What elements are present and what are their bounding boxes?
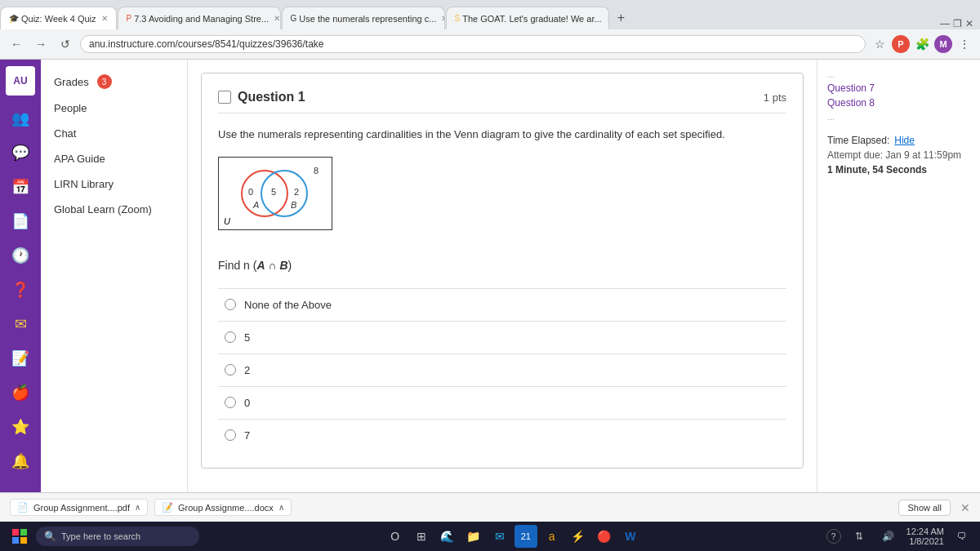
taskbar-lightning-icon[interactable]: ⚡: [567, 525, 590, 548]
answer-options: None of the Above 5 2 0: [218, 288, 786, 451]
tab-numerals[interactable]: G Use the numerals representing c... ✕: [282, 7, 445, 29]
tab-close-2[interactable]: ✕: [274, 14, 280, 23]
taskbar-chrome-icon[interactable]: 🔴: [593, 525, 616, 548]
sidebar-icon-pages[interactable]: 📄: [6, 207, 35, 236]
pdf-extension-icon[interactable]: P: [892, 35, 910, 53]
venn-diagram: A B 0 5 2 8 U: [218, 157, 332, 230]
sidebar-icon-clock[interactable]: 🕐: [6, 241, 35, 270]
taskbar-edge-icon[interactable]: 🌊: [436, 525, 459, 548]
svg-rect-11: [20, 537, 27, 544]
new-tab-button[interactable]: +: [610, 7, 633, 29]
taskbar: 🔍 Type here to search O ⊞ 🌊 📁 ✉ 21 a ⚡ 🔴…: [0, 522, 980, 551]
reload-button[interactable]: ↺: [56, 34, 75, 54]
windows-logo-icon: [12, 529, 27, 544]
nav-item-global-learn[interactable]: Global Learn (Zoom): [41, 197, 187, 222]
sidebar-icon-notes[interactable]: 📝: [6, 344, 35, 373]
sidebar-icon-chat[interactable]: 💬: [6, 138, 35, 167]
answer-option-2[interactable]: 2: [218, 354, 786, 387]
au-logo[interactable]: AU: [6, 66, 35, 96]
taskbar-amazon-icon[interactable]: a: [541, 525, 564, 548]
nav-item-grades[interactable]: Grades 3: [41, 68, 187, 96]
menu-icon[interactable]: ⋮: [956, 35, 973, 53]
attempt-due: Attempt due: Jan 9 at 11:59pm: [827, 149, 970, 161]
taskbar-word-icon[interactable]: W: [619, 525, 642, 548]
taskbar-cortana-icon[interactable]: O: [384, 525, 407, 548]
radio-none-above[interactable]: [225, 299, 236, 310]
radio-7[interactable]: [225, 429, 236, 441]
sidebar-icon-people[interactable]: 👥: [6, 104, 35, 133]
sidebar-icon-bell[interactable]: 🔔: [6, 447, 35, 476]
right-panel-question-7[interactable]: Question 7: [827, 82, 970, 94]
find-n-expression: Find n (A ∩ B): [218, 259, 786, 272]
hide-timer-link[interactable]: Hide: [894, 135, 915, 146]
nav-item-apa-guide[interactable]: APA Guide: [41, 146, 187, 171]
download-pdf-chevron[interactable]: ∧: [135, 503, 140, 512]
taskbar-notification-icon[interactable]: 🗨: [951, 525, 973, 548]
nav-item-people[interactable]: People: [41, 96, 187, 121]
sidebar-icon-calendar[interactable]: 📅: [6, 172, 35, 202]
url-input[interactable]: anu.instructure.com/courses/8541/quizzes…: [80, 35, 866, 53]
svg-point-1: [261, 171, 307, 216]
bookmark-star-icon[interactable]: ☆: [871, 35, 889, 53]
radio-0[interactable]: [225, 397, 236, 408]
question-card: Question 1 1 pts Use the numerals repres…: [201, 73, 804, 469]
extension-puzzle-icon[interactable]: 🧩: [913, 35, 931, 53]
taskbar-clock: 12:24 AM 1/8/2021: [906, 527, 944, 546]
question-body: Use the numerals representing cardinalit…: [218, 127, 786, 144]
tab-quiz-week4[interactable]: 🎓 Quiz: Week 4 Quiz ✕: [0, 7, 117, 29]
venn-label-u: U: [224, 216, 230, 226]
tab-close-1[interactable]: ✕: [101, 14, 108, 23]
taskbar-center: O ⊞ 🌊 📁 ✉ 21 a ⚡ 🔴 W: [203, 525, 823, 548]
taskbar-network-icon[interactable]: ⇅: [848, 525, 871, 548]
back-button[interactable]: ←: [7, 34, 26, 54]
taskbar-search[interactable]: 🔍 Type here to search: [36, 527, 199, 546]
sidebar-icon-help[interactable]: ❓: [6, 275, 35, 304]
start-button[interactable]: [7, 525, 33, 548]
sidebar-icon-mail[interactable]: ✉: [6, 309, 35, 339]
svg-text:A: A: [252, 200, 259, 210]
tab-stress[interactable]: P 7.3 Avoiding and Managing Stre... ✕: [118, 7, 281, 29]
svg-text:8: 8: [314, 166, 318, 176]
forward-button[interactable]: →: [31, 34, 51, 54]
tab-goat[interactable]: S The GOAT. Let's graduate! We ar... ✕: [446, 7, 609, 29]
right-panel-more: ...: [827, 112, 970, 122]
sidebar-icon-apps[interactable]: 🍎: [6, 378, 35, 407]
download-item-pdf[interactable]: 📄 Group Assignment....pdf ∧: [10, 499, 148, 516]
taskbar-explorer-icon[interactable]: 📁: [462, 525, 485, 548]
venn-diagram-container: A B 0 5 2 8 U: [218, 157, 786, 246]
radio-2[interactable]: [225, 364, 236, 375]
taskbar-help-icon[interactable]: ?: [826, 529, 841, 544]
profile-icon[interactable]: M: [934, 35, 952, 53]
download-item-docx[interactable]: 📝 Group Assignme....docx ∧: [154, 499, 292, 516]
nav-item-chat[interactable]: Chat: [41, 121, 187, 146]
answer-option-4[interactable]: 7: [218, 420, 786, 451]
pdf-icon: 📄: [17, 502, 29, 513]
question-pts: 1 pts: [764, 91, 786, 104]
right-panel-prev-questions: ...: [827, 69, 970, 79]
nav-menu: Grades 3 People Chat APA Guide LIRN Libr…: [41, 60, 188, 492]
radio-5[interactable]: [225, 331, 236, 343]
answer-option-0[interactable]: None of the Above: [218, 289, 786, 322]
answer-option-1[interactable]: 5: [218, 322, 786, 354]
question-checkbox-icon[interactable]: [218, 91, 231, 104]
right-panel-question-8[interactable]: Question 8: [827, 97, 970, 109]
content-area: Question 1 1 pts Use the numerals repres…: [188, 60, 980, 492]
tab-bar: 🎓 Quiz: Week 4 Quiz ✕ P 7.3 Avoiding and…: [0, 0, 980, 29]
download-docx-chevron[interactable]: ∧: [278, 503, 284, 512]
sidebar-icon-star[interactable]: ⭐: [6, 412, 35, 442]
address-bar: ← → ↺ anu.instructure.com/courses/8541/q…: [0, 29, 980, 59]
show-all-button[interactable]: Show all: [898, 500, 951, 516]
tab-close-4[interactable]: ✕: [607, 14, 609, 23]
question-title: Question 1: [218, 90, 305, 104]
taskbar-volume-icon[interactable]: 🔊: [877, 525, 900, 548]
taskbar-mail-icon[interactable]: ✉: [488, 525, 511, 548]
download-bar: 📄 Group Assignment....pdf ∧ 📝 Group Assi…: [0, 492, 980, 522]
taskbar-badge-21[interactable]: 21: [514, 525, 537, 548]
download-bar-close[interactable]: ✕: [960, 501, 970, 514]
tab-close-3[interactable]: ✕: [441, 14, 444, 23]
answer-option-3[interactable]: 0: [218, 387, 786, 420]
grades-badge: 3: [97, 74, 112, 89]
svg-rect-8: [12, 529, 19, 535]
taskbar-multitask-icon[interactable]: ⊞: [410, 525, 433, 548]
nav-item-lirn-library[interactable]: LIRN Library: [41, 171, 187, 197]
